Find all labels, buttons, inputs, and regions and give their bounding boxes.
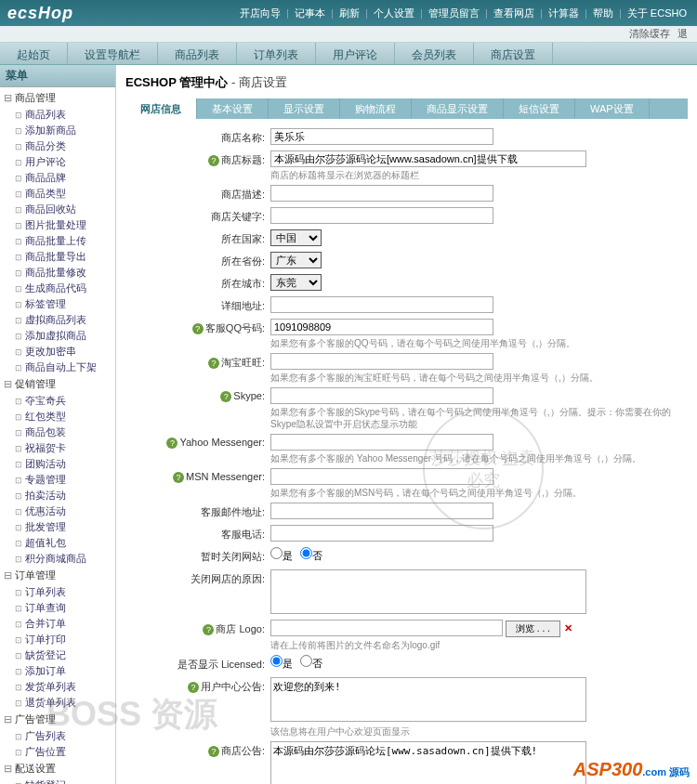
browse-button[interactable]: 浏览 . . . <box>506 621 560 637</box>
tree-item[interactable]: 标签管理 <box>0 296 115 312</box>
tree-item[interactable]: 积分商城商品 <box>0 551 115 567</box>
tree-item[interactable]: 订单打印 <box>0 632 115 647</box>
tab[interactable]: 基本设置 <box>197 98 269 119</box>
tree-item[interactable]: 商品分类 <box>0 138 115 154</box>
help-icon[interactable]: ? <box>208 155 219 166</box>
ym-input[interactable] <box>270 434 493 451</box>
nav-item[interactable]: 用户评论 <box>316 43 395 64</box>
tree-item[interactable]: 订单列表 <box>0 584 115 600</box>
nav-item[interactable]: 会员列表 <box>395 43 474 64</box>
tree-item[interactable]: 添加虚拟商品 <box>0 328 115 344</box>
tab[interactable]: 网店信息 <box>125 98 197 119</box>
nav-item[interactable]: 设置导航栏 <box>68 43 158 64</box>
tree-item[interactable]: 拍卖活动 <box>0 488 115 503</box>
tree-item[interactable]: 用户评论 <box>0 154 115 170</box>
help-icon[interactable]: ? <box>203 624 214 635</box>
tree-item[interactable]: 虚拟商品列表 <box>0 312 115 328</box>
shop-name-input[interactable] <box>270 128 493 145</box>
shop-desc-input[interactable] <box>270 185 493 202</box>
tree-item[interactable]: 专题管理 <box>0 472 115 488</box>
tab[interactable]: WAP设置 <box>575 98 650 119</box>
tree-item[interactable]: 生成商品代码 <box>0 281 115 296</box>
city-select[interactable]: 东莞 <box>270 274 322 291</box>
skype-input[interactable] <box>270 387 493 404</box>
tree-item[interactable]: 广告列表 <box>0 728 115 744</box>
licensed-yes-radio[interactable] <box>270 655 283 667</box>
tree-item[interactable]: 祝福贺卡 <box>0 440 115 456</box>
tree-item[interactable]: 夺宝奇兵 <box>0 393 115 409</box>
top-link[interactable]: 关于 ECSHO <box>627 7 687 19</box>
top-link[interactable]: 计算器 <box>548 7 579 19</box>
top-link[interactable]: 查看网店 <box>493 7 534 19</box>
help-icon[interactable]: ? <box>220 391 231 402</box>
nav-item[interactable]: 订单列表 <box>237 43 316 64</box>
tab[interactable]: 显示设置 <box>269 98 340 119</box>
top-link[interactable]: 个人设置 <box>374 7 414 19</box>
logo-path-input[interactable] <box>270 620 503 636</box>
exit-link[interactable]: 退 <box>677 27 688 41</box>
tree-item[interactable]: 商品自动上下架 <box>0 359 115 375</box>
tree-item[interactable]: 商品批量上传 <box>0 233 115 249</box>
qq-input[interactable] <box>270 319 493 335</box>
tab[interactable]: 短信设置 <box>504 98 575 119</box>
close-reason-textarea[interactable] <box>270 569 586 614</box>
tab[interactable]: 购物流程 <box>340 98 412 119</box>
top-link[interactable]: 开店向导 <box>240 7 281 19</box>
msn-input[interactable] <box>270 468 493 485</box>
tree-item[interactable]: 订单查询 <box>0 600 115 616</box>
tree-item[interactable]: 广告位置 <box>0 744 115 760</box>
top-link[interactable]: 记事本 <box>295 7 325 19</box>
top-link[interactable]: 帮助 <box>593 7 613 19</box>
tree-item[interactable]: 商品批量修改 <box>0 265 115 281</box>
tree-category[interactable]: 广告管理 <box>0 711 115 728</box>
tab[interactable]: 商品显示设置 <box>412 98 504 119</box>
tree-category[interactable]: 配送设置 <box>0 760 115 777</box>
top-link[interactable]: 刷新 <box>339 7 360 19</box>
shop-notice-textarea[interactable]: 本源码由尔莎莎源码论坛[www.sasadown.cn]提供下载! <box>270 741 586 784</box>
tree-item[interactable]: 合并订单 <box>0 616 115 632</box>
help-icon[interactable]: ? <box>192 323 204 334</box>
top-link[interactable]: 管理员留言 <box>428 7 480 19</box>
nav-item[interactable]: 商品列表 <box>158 43 237 64</box>
help-icon[interactable]: ? <box>208 746 219 757</box>
tree-item[interactable]: 商品包装 <box>0 425 115 440</box>
tree-category[interactable]: 促销管理 <box>0 375 115 393</box>
tree-item[interactable]: 缺货登记 <box>0 647 115 663</box>
clear-cache-link[interactable]: 清除缓存 <box>629 27 670 41</box>
province-select[interactable]: 广东 <box>270 252 322 268</box>
tree-item[interactable]: 缺货登记 <box>0 777 115 784</box>
shop-keywords-input[interactable] <box>270 207 493 224</box>
tree-item[interactable]: 图片批量处理 <box>0 217 115 233</box>
phone-input[interactable] <box>270 525 493 542</box>
help-icon[interactable]: ? <box>166 438 178 449</box>
delete-icon[interactable]: ✕ <box>564 622 572 634</box>
tree-item[interactable]: 超值礼包 <box>0 535 115 551</box>
address-input[interactable] <box>270 296 493 313</box>
tree-item[interactable]: 批发管理 <box>0 519 115 535</box>
tree-category[interactable]: 商品管理 <box>0 89 115 107</box>
tree-item[interactable]: 商品类型 <box>0 186 115 202</box>
tree-item[interactable]: 退货单列表 <box>0 695 115 711</box>
nav-item[interactable]: 商店设置 <box>474 43 553 64</box>
shop-title-input[interactable] <box>270 150 586 167</box>
help-icon[interactable]: ? <box>173 472 184 483</box>
tree-item[interactable]: 优惠活动 <box>0 503 115 519</box>
nav-item[interactable]: 起始页 <box>0 43 68 64</box>
tree-item[interactable]: 商品回收站 <box>0 202 115 217</box>
user-notice-textarea[interactable]: 欢迎您的到来! <box>270 677 586 722</box>
tree-item[interactable]: 更改加密串 <box>0 344 115 359</box>
tree-item[interactable]: 商品品牌 <box>0 170 115 186</box>
tree-item[interactable]: 团购活动 <box>0 456 115 472</box>
tree-item[interactable]: 红包类型 <box>0 409 115 425</box>
help-icon[interactable]: ? <box>208 358 219 369</box>
country-select[interactable]: 中国 <box>270 229 322 246</box>
close-yes-radio[interactable] <box>270 547 283 559</box>
ww-input[interactable] <box>270 353 493 370</box>
tree-item[interactable]: 发货单列表 <box>0 679 115 695</box>
tree-category[interactable]: 订单管理 <box>0 567 115 584</box>
tree-item[interactable]: 商品批量导出 <box>0 249 115 265</box>
close-no-radio[interactable] <box>300 547 312 559</box>
tree-item[interactable]: 商品列表 <box>0 107 115 123</box>
tree-item[interactable]: 添加新商品 <box>0 123 115 138</box>
tree-item[interactable]: 添加订单 <box>0 663 115 679</box>
